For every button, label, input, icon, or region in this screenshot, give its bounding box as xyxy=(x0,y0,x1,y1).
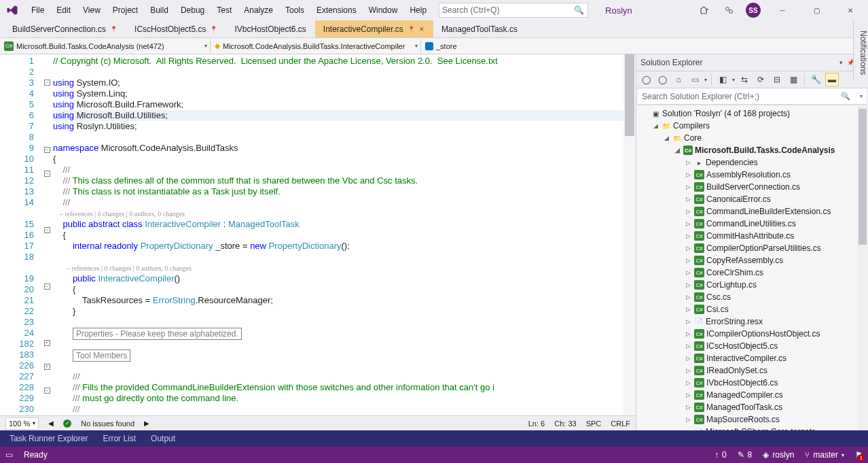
expander-icon[interactable]: ▷ xyxy=(684,416,692,423)
member-combo[interactable]: _store ▾ xyxy=(421,39,868,54)
scrollbar-thumb[interactable] xyxy=(858,109,867,245)
tree-item[interactable]: ▷C#Csc.cs xyxy=(636,291,868,303)
expander-icon[interactable]: ▷ xyxy=(684,428,692,430)
home-icon[interactable]: ⌂ xyxy=(672,73,685,86)
expander-icon[interactable]: ▷ xyxy=(684,184,692,190)
expander-icon[interactable]: ▷ xyxy=(684,281,692,288)
close-icon[interactable]: ✕ xyxy=(419,26,424,33)
show-all-files-icon[interactable]: ▦ xyxy=(786,73,800,86)
menu-file[interactable]: File xyxy=(26,3,50,18)
menu-debug[interactable]: Debug xyxy=(175,3,210,18)
tree-item[interactable]: ▷C#CompilerOptionParseUtilities.cs xyxy=(636,242,868,254)
tree-item[interactable]: ▷C#InteractiveCompiler.cs xyxy=(636,352,868,364)
forward-icon[interactable]: ◯ xyxy=(655,73,669,86)
properties-icon[interactable]: 🔧 xyxy=(809,73,822,86)
quick-search-input[interactable]: Search (Ctrl+Q) 🔍 xyxy=(439,3,588,18)
publish-button[interactable]: ↑0 xyxy=(715,450,727,460)
expander-icon[interactable]: ▷ xyxy=(684,257,692,264)
expander-icon[interactable]: ▷ xyxy=(684,171,692,178)
feedback-icon[interactable] xyxy=(721,3,736,18)
doc-tab[interactable]: InteractiveCompiler.cs📍✕ xyxy=(315,20,433,37)
repo-button[interactable]: ◈roslyn xyxy=(763,450,794,460)
tree-item[interactable]: ◢📁Compilers xyxy=(636,120,868,132)
tree-item[interactable]: ▷C#ICompilerOptionsHostObject.cs xyxy=(636,328,868,340)
expander-icon[interactable]: ▷ xyxy=(684,392,692,398)
menu-view[interactable]: View xyxy=(77,3,106,18)
tree-item[interactable]: ▷C#MapSourceRoots.cs xyxy=(636,413,868,426)
expander-icon[interactable]: ▷ xyxy=(684,220,692,227)
menu-extensions[interactable]: Extensions xyxy=(311,3,362,18)
doc-tab[interactable]: ICscHostObject5.cs📍 xyxy=(126,20,226,37)
live-share-icon[interactable] xyxy=(697,3,712,18)
notifications-tab[interactable]: Notifications xyxy=(853,20,868,82)
expander-icon[interactable]: ◢ xyxy=(673,147,681,154)
tree-item[interactable]: ▷C#IVbcHostObject6.cs xyxy=(636,377,868,389)
chevron-down-icon[interactable]: ▾ xyxy=(732,77,735,83)
vertical-scrollbar[interactable] xyxy=(623,54,636,415)
expander-icon[interactable]: ▷ xyxy=(684,159,692,166)
expander-icon[interactable]: ▷ xyxy=(684,318,692,325)
code-editor[interactable]: 1234567891011121314151617181920212223241… xyxy=(0,54,636,415)
window-menu-icon[interactable]: ▾ xyxy=(839,59,843,66)
expander-icon[interactable]: ▷ xyxy=(684,196,692,203)
space-indicator[interactable]: SPC xyxy=(586,419,602,428)
tree-item[interactable]: ▷C#AssemblyResolution.cs xyxy=(636,169,868,181)
tree-item[interactable]: ▷C#CoreClrShim.cs xyxy=(636,267,868,279)
expander-icon[interactable]: ▷ xyxy=(684,294,692,301)
pin-icon[interactable]: 📍 xyxy=(408,26,415,33)
tree-item[interactable]: ◢C#Microsoft.Build.Tasks.CodeAnalysis xyxy=(636,144,868,156)
eol-indicator[interactable]: CRLF xyxy=(611,419,630,428)
expander-icon[interactable]: ▷ xyxy=(684,379,692,386)
notifications-button[interactable]: ⚑1 xyxy=(855,450,863,460)
preview-selected-icon[interactable]: ▬ xyxy=(825,73,839,86)
tree-item[interactable]: ▷📄ErrorString.resx xyxy=(636,315,868,328)
back-icon[interactable]: ◯ xyxy=(639,73,653,86)
zoom-combo[interactable]: 100 % ▾ xyxy=(5,417,39,430)
tree-item[interactable]: ▷C#CanonicalError.cs xyxy=(636,193,868,205)
bottom-tab[interactable]: Task Runner Explorer xyxy=(3,432,94,445)
refresh-icon[interactable]: ⟳ xyxy=(754,73,767,86)
tree-item[interactable]: ▣Solution 'Roslyn' (4 of 168 projects) xyxy=(636,107,868,120)
branch-button[interactable]: ⑂master ▾ xyxy=(805,450,844,460)
expander-icon[interactable]: ◢ xyxy=(651,122,659,129)
chevron-down-icon[interactable]: ▾ xyxy=(704,77,707,83)
bottom-tab[interactable]: Output xyxy=(144,432,182,445)
tree-item[interactable]: ▷C#ManagedCompiler.cs xyxy=(636,389,868,401)
doc-tab[interactable]: BuildServerConnection.cs📍 xyxy=(4,20,126,37)
expander-icon[interactable]: ▷ xyxy=(684,245,692,252)
close-button[interactable]: ✕ xyxy=(838,1,863,19)
line-indicator[interactable]: Ln: 6 xyxy=(528,419,545,428)
menu-edit[interactable]: Edit xyxy=(51,3,76,18)
prev-issue-icon[interactable]: ◀ xyxy=(48,419,54,427)
doc-tab[interactable]: IVbcHostObject6.cs xyxy=(226,20,314,37)
switch-views-icon[interactable]: ▭ xyxy=(688,73,702,86)
solution-tree[interactable]: ▣Solution 'Roslyn' (4 of 168 projects)◢📁… xyxy=(636,106,868,430)
tree-item[interactable]: ▷C#Csi.cs xyxy=(636,303,868,315)
expander-icon[interactable]: ▷ xyxy=(684,367,692,374)
expander-icon[interactable]: ▷ xyxy=(684,306,692,313)
solution-search-input[interactable]: Search Solution Explorer (Ctrl+;) 🔍 ▾ xyxy=(638,88,867,105)
minimize-button[interactable]: ─ xyxy=(770,1,795,19)
pending-changes-button[interactable]: ✎8 xyxy=(738,450,753,460)
tree-item[interactable]: ▷C#IReadOnlySet.cs xyxy=(636,364,868,377)
collapse-all-icon[interactable]: ⊟ xyxy=(770,73,784,86)
col-indicator[interactable]: Ch: 33 xyxy=(554,419,576,428)
menu-tools[interactable]: Tools xyxy=(280,3,310,18)
tree-item[interactable]: ▷C#ManagedToolTask.cs xyxy=(636,401,868,413)
menu-analyze[interactable]: Analyze xyxy=(238,3,278,18)
expander-icon[interactable]: ◢ xyxy=(662,135,670,141)
code-content[interactable]: // Copyright (c) Microsoft. All Rights R… xyxy=(53,54,623,415)
expander-icon[interactable]: ▷ xyxy=(684,269,692,276)
tree-item[interactable]: ▷C#ICscHostObject5.cs xyxy=(636,340,868,352)
expander-icon[interactable]: ▷ xyxy=(684,355,692,362)
next-issue-icon[interactable]: ▶ xyxy=(144,419,149,427)
fold-gutter[interactable]: −−−−−++− xyxy=(41,54,53,415)
maximize-button[interactable]: ▢ xyxy=(804,1,829,19)
tree-item[interactable]: ▷C#CommitHashAttribute.cs xyxy=(636,230,868,242)
menu-build[interactable]: Build xyxy=(145,3,174,18)
pending-changes-icon[interactable]: ◧ xyxy=(716,73,729,86)
pin-icon[interactable]: 📍 xyxy=(210,26,217,33)
doc-tab[interactable]: ManagedToolTask.cs xyxy=(433,20,526,37)
type-combo[interactable]: ◆ Microsoft.CodeAnalysis.BuildTasks.Inte… xyxy=(211,39,421,54)
menu-window[interactable]: Window xyxy=(363,3,403,18)
